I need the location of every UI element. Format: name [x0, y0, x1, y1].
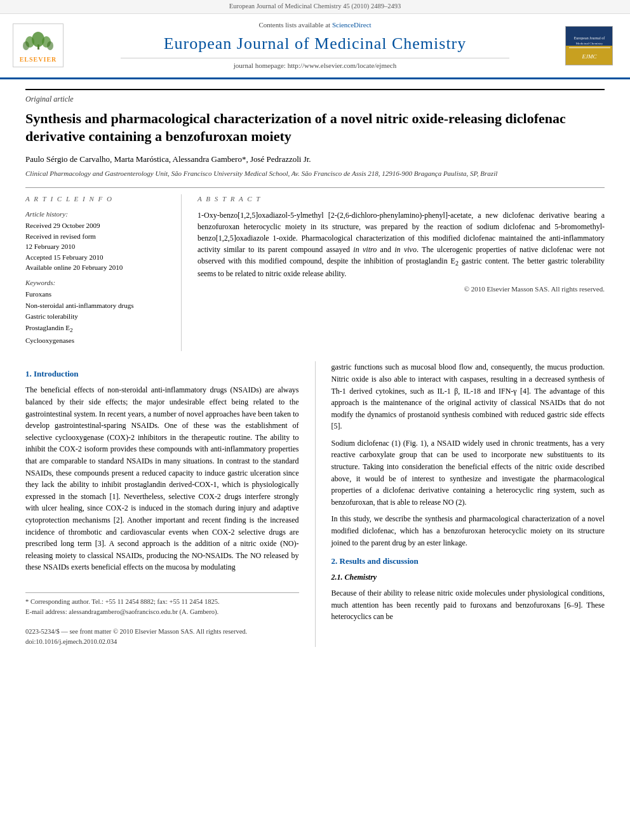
elsevier-logo-area: ELSEVIER [13, 23, 70, 67]
keyword-5: Cyclooxygenases [25, 335, 165, 347]
keyword-3: Gastric tolerability [25, 311, 165, 323]
col-divider [181, 194, 182, 351]
results-heading: 2. Results and discussion [332, 555, 605, 568]
article-info-abstract-section: A R T I C L E I N F O Article history: R… [25, 187, 605, 351]
body-right-para2: Sodium diclofenac (1) (Fig. 1), a NSAID … [332, 437, 605, 509]
doi-line: doi:10.1016/j.ejmech.2010.02.034 [25, 637, 299, 647]
intro-heading: 1. Introduction [25, 368, 299, 380]
footnote-area: * Corresponding author. Tel.: +55 11 245… [25, 592, 299, 647]
body-col-divider [315, 361, 316, 646]
journal-header: ELSEVIER Contents lists available at Sci… [0, 14, 630, 79]
keywords-section: Keywords: Furoxans Non-steroidal anti-in… [25, 278, 165, 347]
revised-date: 12 February 2010 [25, 241, 165, 252]
elsevier-logo: ELSEVIER [13, 23, 64, 67]
svg-text:Medicinal Chemistry: Medicinal Chemistry [575, 42, 603, 45]
email-address: E-mail address: alessandragambero@saofra… [25, 607, 299, 617]
abstract-column: A B S T R A C T 1-Oxy-benzo[1,2,5]oxadia… [198, 194, 605, 351]
journal-cover-graphic: European Journal of Medicinal Chemistry … [566, 27, 613, 65]
chemistry-subheading: 2.1. Chemistry [332, 571, 605, 583]
journal-header-center: Contents lists available at ScienceDirec… [70, 20, 560, 71]
copyright-line: © 2010 Elsevier Masson SAS. All rights r… [198, 284, 605, 294]
article-section-label: Original article [25, 89, 605, 105]
journal-logo-right: European Journal of Medicinal Chemistry … [560, 26, 617, 65]
abstract-text: 1-Oxy-benzo[1,2,5]oxadiazol-5-ylmethyl [… [198, 210, 605, 279]
journal-homepage: journal homepage: http://www.elsevier.co… [83, 61, 547, 70]
accepted-date: Accepted 15 February 2010 [25, 252, 165, 263]
body-left-col: 1. Introduction The beneficial effects o… [25, 361, 299, 646]
journal-title: European Journal of Medicinal Chemistry [83, 32, 547, 55]
page-wrapper: European Journal of Medicinal Chemistry … [0, 0, 630, 660]
body-section: 1. Introduction The beneficial effects o… [25, 361, 605, 646]
main-content: Original article Synthesis and pharmacol… [0, 79, 630, 660]
svg-text:European Journal of: European Journal of [573, 36, 605, 40]
body-right-col: gastric functions such as mucosal blood … [332, 361, 605, 646]
abstract-heading: A B S T R A C T [198, 194, 605, 204]
keyword-1: Furoxans [25, 289, 165, 300]
article-info-column: A R T I C L E I N F O Article history: R… [25, 194, 165, 351]
available-date: Available online 20 February 2010 [25, 262, 165, 273]
journal-cover-image: European Journal of Medicinal Chemistry … [565, 26, 613, 65]
issn-line: 0223-5234/$ — see front matter © 2010 El… [25, 627, 299, 637]
intro-paragraph-1: The beneficial effects of non-steroidal … [25, 384, 299, 573]
elsevier-tree-icon [21, 27, 56, 51]
article-history-section: Article history: Received 29 October 200… [25, 210, 165, 273]
svg-point-5 [23, 41, 29, 50]
contents-available-line: Contents lists available at ScienceDirec… [83, 20, 547, 30]
corresponding-author: * Corresponding author. Tel.: +55 11 245… [25, 597, 299, 607]
keywords-label: Keywords: [25, 278, 165, 288]
body-right-para1: gastric functions such as mucosal blood … [332, 361, 605, 432]
body-right-para4: Because of their ability to release nitr… [332, 587, 605, 623]
authors: Paulo Sérgio de Carvalho, Marta Maróstic… [25, 154, 605, 165]
revised-label: Received in revised form [25, 231, 165, 242]
article-history-label: Article history: [25, 210, 165, 219]
svg-point-6 [47, 41, 53, 50]
top-reference-bar: European Journal of Medicinal Chemistry … [0, 0, 630, 14]
sciencedirect-link[interactable]: ScienceDirect [332, 21, 372, 29]
keyword-2: Non-steroidal anti-inflammatory drugs [25, 300, 165, 312]
journal-reference: European Journal of Medicinal Chemistry … [229, 3, 401, 10]
body-right-para3: In this study, we describe the synthesis… [332, 513, 605, 549]
article-info-heading: A R T I C L E I N F O [25, 194, 165, 204]
keyword-4: Prostaglandin E2 [25, 323, 165, 335]
elsevier-brand-text: ELSEVIER [16, 55, 60, 64]
svg-rect-11 [569, 47, 610, 48]
received-date: Received 29 October 2009 [25, 220, 165, 231]
affiliation: Clinical Pharmacology and Gastroenterolo… [25, 169, 605, 178]
svg-text:EJMC: EJMC [581, 53, 597, 60]
article-title: Synthesis and pharmacological characteri… [25, 110, 605, 146]
